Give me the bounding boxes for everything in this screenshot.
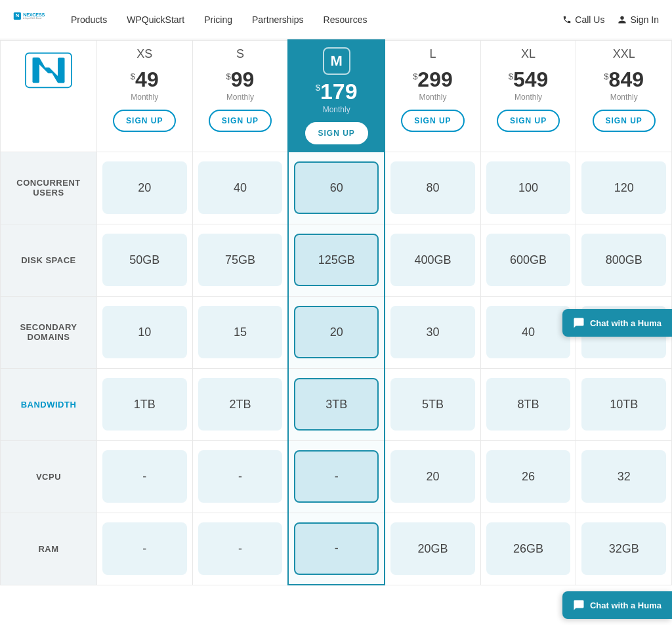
svg-text:N: N xyxy=(16,12,20,18)
sign-in-link[interactable]: Sign In xyxy=(618,14,659,25)
nav-partnerships[interactable]: Partnerships xyxy=(252,14,304,25)
call-us-label: Call Us xyxy=(575,14,604,25)
val-sd-xs: 10 xyxy=(96,296,192,368)
val-vcpu-m: - xyxy=(288,440,385,513)
plan-name-s: S xyxy=(198,47,283,61)
nav-pricing[interactable]: Pricing xyxy=(204,14,232,25)
val-ram-xxl: 32GB xyxy=(576,513,672,585)
val-sd-l: 30 xyxy=(385,296,480,368)
signup-btn-xxl[interactable]: SIGN UP xyxy=(593,110,656,132)
val-ram-xl: 26GB xyxy=(480,513,576,585)
val-vcpu-l: 20 xyxy=(385,440,480,513)
val-cu-xl: 100 xyxy=(480,152,576,224)
plan-name-xl: XL xyxy=(486,47,571,61)
row-ram: RAM - - - 20GB 26GB 32GB xyxy=(1,513,672,585)
nav-resources[interactable]: Resources xyxy=(324,14,368,25)
m-icon: M xyxy=(323,47,350,75)
val-vcpu-s: - xyxy=(192,440,288,513)
label-secondary-domains: SECONDARYDOMAINS xyxy=(1,296,97,368)
val-ds-xl: 600GB xyxy=(480,224,576,296)
nav-links: Products WPQuickStart Pricing Partnershi… xyxy=(71,14,562,25)
val-cu-m: 60 xyxy=(288,152,385,224)
logo-cell xyxy=(1,40,97,152)
logo[interactable]: N NEXCESS A Liquid Web Brand xyxy=(13,4,45,35)
plan-col-xl: XL $ 549 Monthly SIGN UP xyxy=(480,40,576,152)
val-ram-xs: - xyxy=(96,513,192,585)
plan-col-xxl: XXL $ 849 Monthly SIGN UP xyxy=(576,40,672,152)
row-disk-space: DISK SPACE 50GB 75GB 125GB 400GB 600GB 8… xyxy=(1,224,672,296)
val-bw-xs: 1TB xyxy=(96,368,192,440)
sign-in-label: Sign In xyxy=(630,14,659,25)
val-cu-s: 40 xyxy=(192,152,288,224)
signup-btn-xl[interactable]: SIGN UP xyxy=(497,110,560,132)
call-us-link[interactable]: Call Us xyxy=(562,14,604,25)
val-vcpu-xs: - xyxy=(96,440,192,513)
val-ram-l: 20GB xyxy=(385,513,480,585)
val-bw-m: 3TB xyxy=(288,368,385,440)
val-cu-xxl: 120 xyxy=(576,152,672,224)
val-sd-s: 15 xyxy=(192,296,288,368)
val-bw-s: 2TB xyxy=(192,368,288,440)
val-ram-m: - xyxy=(288,513,385,585)
plan-col-s: S $ 99 Monthly SIGN UP xyxy=(192,40,288,152)
val-ds-xs: 50GB xyxy=(96,224,192,296)
plan-name-xxl: XXL xyxy=(581,47,666,61)
svg-text:A Liquid Web Brand: A Liquid Web Brand xyxy=(23,17,41,20)
signup-btn-s[interactable]: SIGN UP xyxy=(209,110,272,132)
val-sd-m: 20 xyxy=(288,296,385,368)
nav-products[interactable]: Products xyxy=(71,14,107,25)
chat-label-top: Chat with a Huma xyxy=(590,318,662,328)
navbar: N NEXCESS A Liquid Web Brand Products WP… xyxy=(0,0,672,39)
label-vcpu: VCPU xyxy=(1,440,97,513)
signup-btn-m[interactable]: SIGN UP xyxy=(305,122,368,144)
plan-name-l: L xyxy=(390,47,475,61)
val-cu-l: 80 xyxy=(385,152,480,224)
label-ram: RAM xyxy=(1,513,97,585)
plan-header-row: XS $ 49 Monthly SIGN UP S $ 99 Monthly S… xyxy=(1,40,672,152)
label-concurrent-users: CONCURRENTUSERS xyxy=(1,152,97,224)
val-vcpu-xl: 26 xyxy=(480,440,576,513)
val-ds-xxl: 800GB xyxy=(576,224,672,296)
row-bandwidth: BANDWIDTH 1TB 2TB 3TB 5TB 8TB 10TB xyxy=(1,368,672,440)
plan-col-l: L $ 299 Monthly SIGN UP xyxy=(385,40,480,152)
label-disk-space: DISK SPACE xyxy=(1,224,97,296)
signup-btn-xs[interactable]: SIGN UP xyxy=(113,110,176,132)
val-ds-l: 400GB xyxy=(385,224,480,296)
val-cu-xs: 20 xyxy=(96,152,192,224)
val-bw-xl: 8TB xyxy=(480,368,576,440)
val-ds-m: 125GB xyxy=(288,224,385,296)
nav-right: Call Us Sign In xyxy=(562,14,659,25)
val-ram-s: - xyxy=(192,513,288,585)
row-concurrent-users: CONCURRENTUSERS 20 40 60 80 100 120 xyxy=(1,152,672,224)
val-bw-l: 5TB xyxy=(385,368,480,440)
plan-col-xs: XS $ 49 Monthly SIGN UP xyxy=(96,40,192,152)
label-bandwidth: BANDWIDTH xyxy=(1,368,97,440)
signup-btn-l[interactable]: SIGN UP xyxy=(401,110,464,132)
val-ds-s: 75GB xyxy=(192,224,288,296)
row-vcpu: VCPU - - - 20 26 32 xyxy=(1,440,672,513)
chat-button-top[interactable]: Chat with a Huma xyxy=(562,309,672,337)
plan-col-m: M $ 179 Monthly SIGN UP xyxy=(288,40,385,152)
plan-name-xs: XS xyxy=(102,47,187,61)
val-sd-xl: 40 xyxy=(480,296,576,368)
val-bw-xxl: 10TB xyxy=(576,368,672,440)
val-vcpu-xxl: 32 xyxy=(576,440,672,513)
nav-wpquickstart[interactable]: WPQuickStart xyxy=(127,14,184,25)
